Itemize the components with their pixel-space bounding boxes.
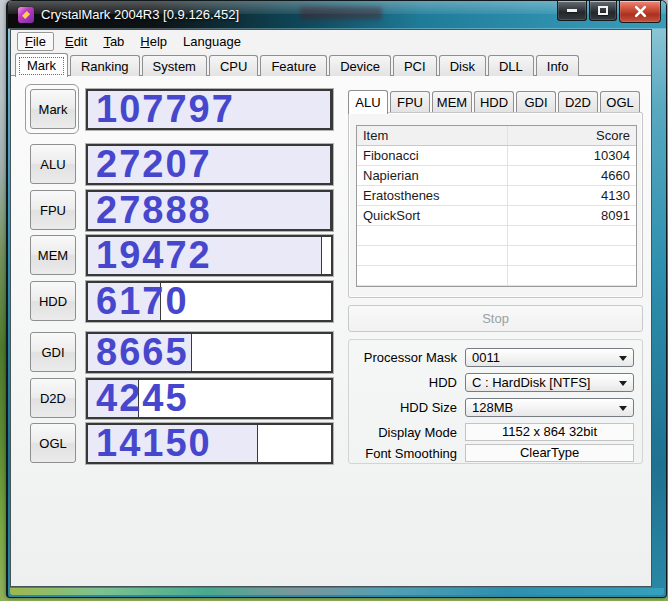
item-cell: Napierian (357, 166, 508, 185)
bench-score-d2d: 4245 (96, 380, 189, 417)
detail-tab-alu[interactable]: ALU (348, 90, 388, 114)
hdd-label: HDD (355, 375, 465, 390)
tab-cpu[interactable]: CPU (209, 55, 258, 76)
font-smoothing-value: ClearType (465, 444, 634, 462)
titlebar[interactable]: CrystalMark 2004R3 [0.9.126.452] (8, 1, 666, 29)
field-row: Processor Mask 0011 (355, 348, 634, 367)
detail-tab-ogl[interactable]: OGL (600, 91, 640, 112)
table-row-empty (357, 226, 636, 246)
column-score: Score (508, 126, 636, 145)
bench-button-hdd[interactable]: HDD (30, 281, 76, 321)
menu-item-language[interactable]: Language (175, 32, 249, 51)
chevron-down-icon (619, 406, 627, 411)
hdd-select[interactable]: C : HardDisk [NTFS] (465, 373, 634, 392)
detail-tab-gdi[interactable]: GDI (516, 91, 556, 112)
bench-row-mark: Mark 107797 (11, 89, 341, 130)
bench-bar-ogl: 14150 (86, 423, 333, 464)
desktop-background: CrystalMark 2004R3 [0.9.126.452] File (0, 0, 668, 601)
hdd-size-value: 128MB (472, 400, 513, 415)
app-icon[interactable] (18, 7, 34, 23)
bench-button-d2d[interactable]: D2D (30, 378, 76, 418)
table-row: Eratosthenes 4130 (357, 186, 636, 206)
bench-row-d2d: D2D 4245 (11, 378, 341, 419)
tab-pci[interactable]: PCI (393, 55, 437, 76)
menu-item-file[interactable]: File (17, 32, 54, 51)
detail-tabstrip: ALU FPU MEM HDD GDI D2D OGL (348, 90, 642, 112)
score-table: Item Score Fibonacci 10304 Napierian 466… (356, 125, 637, 287)
bench-row-alu: ALU 27207 (11, 144, 341, 185)
bench-score-hdd: 6170 (96, 283, 189, 320)
bench-row-ogl: OGL 14150 (11, 423, 341, 464)
field-row: Display Mode 1152 x 864 32bit (355, 423, 634, 441)
stop-button[interactable]: Stop (348, 305, 643, 332)
table-row-empty (357, 266, 636, 286)
item-cell: QuickSort (357, 206, 508, 225)
tab-disk[interactable]: Disk (439, 55, 486, 76)
bench-bar-hdd: 6170 (86, 281, 333, 322)
minimize-icon (567, 9, 577, 12)
menubar: File Edit Tab Help Language (11, 30, 651, 52)
main-tabstrip: Mark Ranking System CPU Feature Device P… (11, 52, 651, 76)
bench-bar-gdi: 8665 (86, 332, 333, 373)
tab-info[interactable]: Info (536, 55, 580, 76)
display-mode-value: 1152 x 864 32bit (465, 423, 634, 441)
maximize-icon (598, 6, 608, 15)
window-frame-bottom (10, 588, 664, 595)
bench-button-alu[interactable]: ALU (30, 144, 76, 184)
score-cell: 4130 (508, 186, 636, 205)
score-cell: 4660 (508, 166, 636, 185)
hdd-size-select[interactable]: 128MB (465, 398, 634, 417)
tab-device[interactable]: Device (329, 55, 391, 76)
bench-button-fpu[interactable]: FPU (30, 190, 76, 230)
tab-feature[interactable]: Feature (260, 55, 327, 76)
tab-ranking[interactable]: Ranking (70, 55, 140, 76)
tab-mark[interactable]: Mark (15, 53, 68, 77)
bench-bar-alu: 27207 (86, 144, 333, 185)
tab-dll[interactable]: DLL (488, 55, 534, 76)
item-cell: Eratosthenes (357, 186, 508, 205)
field-row: HDD C : HardDisk [NTFS] (355, 373, 634, 392)
recording-artifact (300, 7, 382, 20)
chevron-down-icon (619, 381, 627, 386)
bench-score-mark: 107797 (96, 91, 235, 128)
settings-groupbox: Processor Mask 0011 HDD C : HardDisk [NT… (348, 339, 643, 464)
detail-panel: Item Score Fibonacci 10304 Napierian 466… (348, 112, 643, 298)
bench-row-gdi: GDI 8665 (11, 332, 341, 373)
hdd-value: C : HardDisk [NTFS] (472, 375, 590, 390)
tab-system[interactable]: System (142, 55, 207, 76)
processor-mask-label: Processor Mask (355, 350, 465, 365)
bench-button-mark[interactable]: Mark (30, 89, 76, 129)
detail-tab-d2d[interactable]: D2D (558, 91, 598, 112)
menu-item-edit[interactable]: Edit (57, 32, 95, 51)
table-row-empty (357, 246, 636, 266)
bench-button-mem[interactable]: MEM (30, 235, 76, 275)
close-button[interactable] (619, 1, 661, 23)
menu-item-help[interactable]: Help (132, 32, 175, 51)
app-window: CrystalMark 2004R3 [0.9.126.452] File (6, 0, 667, 598)
bench-bar-mark: 107797 (86, 89, 333, 130)
processor-mask-select[interactable]: 0011 (465, 348, 634, 367)
bench-score-mem: 19472 (96, 237, 212, 274)
menu-item-tab[interactable]: Tab (95, 32, 132, 51)
bench-button-ogl[interactable]: OGL (30, 423, 76, 463)
bench-score-fpu: 27888 (96, 192, 212, 229)
bench-score-gdi: 8665 (96, 334, 189, 371)
client-area: File Edit Tab Help Language Mark Ranking… (10, 29, 652, 587)
detail-tab-hdd[interactable]: HDD (474, 91, 514, 112)
bench-bar-fpu: 27888 (86, 190, 333, 231)
display-mode-label: Display Mode (355, 425, 465, 440)
mark-tab-page: Mark 107797 ALU 27207 FPU (11, 75, 651, 586)
bench-button-gdi[interactable]: GDI (30, 332, 76, 372)
chevron-down-icon (619, 356, 627, 361)
bench-row-mem: MEM 19472 (11, 235, 341, 276)
score-cell: 8091 (508, 206, 636, 225)
item-cell: Fibonacci (357, 146, 508, 165)
detail-tab-mem[interactable]: MEM (432, 91, 472, 112)
maximize-button[interactable] (589, 1, 617, 21)
minimize-button[interactable] (557, 1, 587, 21)
bench-bar-mem: 19472 (86, 235, 333, 276)
field-row: HDD Size 128MB (355, 398, 634, 417)
bench-row-fpu: FPU 27888 (11, 190, 341, 231)
bench-bar-d2d: 4245 (86, 378, 333, 419)
detail-tab-fpu[interactable]: FPU (390, 91, 430, 112)
